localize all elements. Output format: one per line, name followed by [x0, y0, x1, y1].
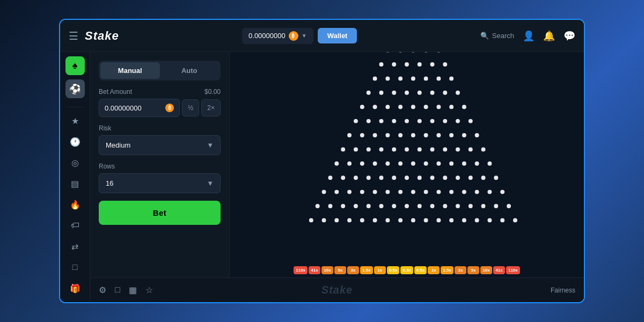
risk-select[interactable]: Medium ▼: [99, 135, 221, 155]
svg-point-10: [398, 52, 402, 53]
svg-point-18: [430, 62, 435, 67]
svg-point-142: [398, 218, 402, 223]
hamburger-icon[interactable]: ☰: [69, 30, 78, 42]
svg-point-11: [411, 52, 415, 53]
svg-point-47: [392, 119, 396, 123]
svg-point-49: [418, 119, 422, 123]
star-icon[interactable]: ☆: [145, 285, 153, 295]
sidebar-item-sports[interactable]: ◎: [65, 153, 85, 172]
header: ☰ Stake 0.00000000 ₿ ▼ Wallet 🔍 Search 👤…: [60, 20, 584, 52]
search-icon: 🔍: [480, 32, 489, 40]
wallet-button[interactable]: Wallet: [318, 28, 357, 43]
bet-amount-input-wrapper[interactable]: ₿: [99, 99, 180, 117]
multipliers-row: 110x41x10x5x3x1.5x1x0.5x0.3x0.5x1x1.5x3x…: [230, 263, 584, 277]
svg-point-89: [487, 162, 492, 166]
svg-point-34: [456, 91, 460, 95]
bet-amount-usd: $0.00: [204, 88, 221, 96]
svg-point-137: [334, 218, 339, 223]
search-button[interactable]: 🔍 Search: [480, 32, 514, 40]
multiplier-chip: 1x: [374, 266, 386, 274]
header-right: 🔍 Search 👤 🔔 💬: [480, 30, 575, 42]
svg-point-50: [430, 119, 435, 123]
svg-point-41: [436, 105, 441, 109]
svg-point-64: [475, 133, 479, 137]
sidebar-active-game[interactable]: ♠: [65, 56, 85, 75]
sidebar-item-hot[interactable]: 🔥: [65, 195, 85, 214]
bet-amount-input-row: ₿ ½ 2×: [99, 99, 221, 117]
sidebar-item-gift[interactable]: 🎁: [65, 279, 85, 298]
svg-point-57: [385, 133, 390, 137]
multiplier-chip: 41x: [309, 266, 320, 274]
svg-point-83: [411, 162, 415, 166]
double-button[interactable]: 2×: [201, 99, 221, 116]
rows-label: Rows: [99, 163, 221, 170]
user-icon[interactable]: 👤: [523, 30, 535, 42]
svg-point-81: [385, 162, 390, 166]
sidebar-item-recent[interactable]: 🕐: [65, 133, 85, 151]
sidebar-item-affiliate[interactable]: ⇄: [65, 237, 85, 256]
svg-point-132: [481, 204, 486, 208]
svg-point-76: [481, 148, 486, 152]
footer-toolbar: ⚙ □ ▦ ☆ Stake Fairness: [90, 277, 584, 302]
multiplier-chip: 1.5x: [360, 266, 373, 274]
bet-amount-group: Bet Amount $0.00 ₿ ½ 2×: [99, 88, 221, 117]
svg-point-33: [443, 91, 447, 95]
svg-point-86: [449, 162, 453, 166]
svg-point-46: [379, 119, 384, 123]
bitcoin-icon: ₿: [289, 31, 298, 41]
multiplier-chip: 0.5x: [414, 266, 427, 274]
fairness-link[interactable]: Fairness: [551, 287, 575, 294]
svg-point-39: [411, 105, 415, 109]
svg-point-14: [379, 62, 384, 67]
sidebar-item-favorites[interactable]: ★: [65, 112, 85, 130]
svg-point-92: [354, 176, 358, 180]
tab-manual[interactable]: Manual: [100, 62, 160, 79]
svg-point-143: [411, 218, 415, 223]
sidebar-game-2[interactable]: ⚽: [65, 79, 85, 98]
half-button[interactable]: ½: [182, 99, 199, 116]
bell-icon[interactable]: 🔔: [543, 30, 555, 42]
svg-point-127: [418, 204, 422, 208]
svg-point-122: [354, 204, 358, 208]
svg-point-136: [322, 218, 326, 223]
layout-icon[interactable]: □: [115, 285, 120, 295]
balance-display[interactable]: 0.00000000 ₿ ▼: [242, 28, 313, 44]
svg-point-146: [449, 218, 453, 223]
svg-point-112: [424, 190, 428, 194]
bet-mode-tabs: Manual Auto: [99, 61, 221, 80]
multiplier-chip: 5x: [334, 266, 346, 274]
svg-point-78: [347, 162, 352, 166]
toolbar-icons: ⚙ □ ▦ ☆: [99, 285, 153, 295]
settings-icon[interactable]: ⚙: [99, 285, 106, 295]
multiplier-chip: 3x: [347, 266, 359, 274]
svg-point-144: [424, 218, 428, 223]
svg-point-72: [430, 148, 435, 152]
svg-point-105: [334, 190, 339, 194]
risk-dropdown-arrow: ▼: [207, 141, 214, 149]
svg-point-63: [462, 133, 466, 137]
multiplier-chip: 110x: [506, 266, 520, 274]
svg-point-114: [449, 190, 453, 194]
footer-logo: Stake: [321, 284, 353, 296]
chart-icon[interactable]: ▦: [129, 285, 137, 295]
svg-point-32: [430, 91, 435, 95]
header-left: ☰ Stake: [69, 29, 119, 43]
svg-point-70: [405, 148, 409, 152]
svg-point-55: [360, 133, 364, 137]
sidebar-item-casino[interactable]: ▤: [65, 174, 85, 193]
rows-select[interactable]: 16 ▼: [99, 173, 221, 193]
bet-amount-input[interactable]: [105, 104, 162, 112]
svg-point-35: [360, 105, 364, 109]
sidebar-item-vip[interactable]: □: [65, 258, 85, 277]
bet-button[interactable]: Bet: [99, 201, 221, 225]
plinko-board: 110x41x10x5x3x1.5x1x0.5x0.3x0.5x1x1.5x3x…: [230, 52, 584, 277]
sidebar-item-promotions[interactable]: 🏷: [65, 216, 85, 235]
svg-point-102: [481, 176, 486, 180]
svg-point-66: [354, 148, 358, 152]
chat-icon[interactable]: 💬: [564, 30, 575, 42]
svg-point-121: [341, 204, 345, 208]
svg-point-38: [398, 105, 402, 109]
sidebar-divider: [67, 107, 83, 107]
tab-auto[interactable]: Auto: [160, 62, 219, 79]
svg-point-68: [379, 148, 384, 152]
